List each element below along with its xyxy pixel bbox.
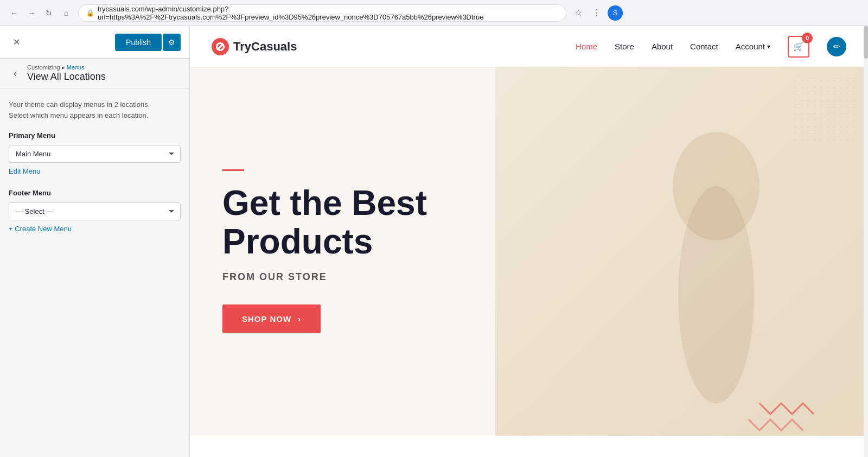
hero-subtitle: FROM OUR STORE bbox=[222, 271, 531, 283]
primary-menu-select[interactable]: Main Menu Footer Menu bbox=[9, 145, 181, 163]
more-button[interactable]: ⋮ bbox=[589, 5, 604, 21]
browser-actions: ☆ ⋮ S bbox=[571, 5, 623, 21]
primary-menu-label: Primary Menu bbox=[9, 131, 181, 139]
breadcrumb-separator: ▸ bbox=[62, 64, 67, 71]
nav-account-label: Account bbox=[736, 42, 765, 51]
shop-now-button[interactable]: SHOP NOW › bbox=[222, 304, 321, 333]
svg-point-1 bbox=[678, 186, 754, 403]
reload-button[interactable]: ↻ bbox=[41, 5, 56, 21]
panel-description: Your theme can display menus in 2 locati… bbox=[9, 99, 181, 120]
panel-header: ✕ Publish ⚙ bbox=[0, 26, 189, 59]
cart-icon: 🛒 bbox=[793, 41, 804, 52]
breadcrumb-content: Customizing ▸ Menus View All Locations bbox=[27, 64, 106, 82]
publish-controls: Publish ⚙ bbox=[115, 34, 181, 51]
hero-content: Get the Best Products FROM OUR STORE SHO… bbox=[190, 137, 563, 366]
bookmark-button[interactable]: ☆ bbox=[571, 5, 586, 21]
scrollbar-thumb[interactable] bbox=[864, 26, 868, 59]
customizer-panel: ✕ Publish ⚙ ‹ Customizing ▸ Menus View A… bbox=[0, 26, 190, 457]
gear-button[interactable]: ⚙ bbox=[163, 34, 181, 51]
footer-menu-label: Footer Menu bbox=[9, 189, 181, 197]
url-text: trycasuals.com/wp-admin/customize.php?ur… bbox=[98, 5, 558, 21]
primary-menu-section: Primary Menu Main Menu Footer Menu Edit … bbox=[9, 131, 181, 176]
description-line1: Your theme can display menus in 2 locati… bbox=[9, 100, 150, 109]
hero-accent-line bbox=[222, 169, 244, 171]
nav-buttons: ← → ↻ ⌂ bbox=[7, 5, 74, 21]
panel-header-left: ✕ bbox=[9, 35, 24, 50]
back-nav-button[interactable]: ← bbox=[7, 5, 22, 21]
back-button[interactable]: ‹ bbox=[7, 65, 24, 82]
breadcrumb-path: Customizing ▸ Menus bbox=[27, 64, 106, 71]
cart-button[interactable]: 🛒 0 bbox=[788, 36, 809, 58]
main-layout: ✕ Publish ⚙ ‹ Customizing ▸ Menus View A… bbox=[0, 26, 868, 457]
site-nav: Home Store About Contact Account ▾ 🛒 0 ✏ bbox=[576, 36, 846, 58]
close-customizer-button[interactable]: ✕ bbox=[9, 35, 24, 50]
edit-menu-link[interactable]: Edit Menu bbox=[9, 167, 41, 175]
browser-chrome: ← → ↻ ⌂ 🔒 trycasuals.com/wp-admin/custom… bbox=[0, 0, 868, 26]
cart-badge: 0 bbox=[802, 33, 813, 43]
nav-store[interactable]: Store bbox=[615, 42, 634, 51]
panel-content: Your theme can display menus in 2 locati… bbox=[0, 88, 189, 457]
publish-button[interactable]: Publish bbox=[115, 34, 162, 51]
hero-section: Get the Best Products FROM OUR STORE SHO… bbox=[190, 67, 868, 436]
primary-menu-select-wrapper: Main Menu Footer Menu bbox=[9, 145, 181, 163]
page-title: View All Locations bbox=[27, 71, 106, 82]
create-new-menu-link[interactable]: + Create New Menu bbox=[9, 225, 72, 233]
breadcrumb-section-link[interactable]: Menus bbox=[67, 64, 85, 71]
lock-icon: 🔒 bbox=[86, 9, 94, 17]
shop-now-label: SHOP NOW bbox=[242, 314, 291, 323]
breadcrumb-bar: ‹ Customizing ▸ Menus View All Locations bbox=[0, 59, 189, 88]
hero-title: Get the Best Products bbox=[222, 184, 531, 261]
footer-menu-section: Footer Menu — Select — Main Menu + Creat… bbox=[9, 189, 181, 233]
shop-now-arrow: › bbox=[298, 314, 301, 323]
nav-account[interactable]: Account ▾ bbox=[736, 42, 770, 51]
preview-content: TryCasuals Home Store About Contact Acco… bbox=[190, 26, 868, 457]
nav-home[interactable]: Home bbox=[576, 42, 597, 51]
logo-text: TryCasuals bbox=[233, 40, 297, 54]
home-nav-button[interactable]: ⌂ bbox=[59, 5, 74, 21]
description-line2: Select which menu appears in each locati… bbox=[9, 111, 148, 119]
site-logo[interactable]: TryCasuals bbox=[212, 38, 297, 55]
address-bar[interactable]: 🔒 trycasuals.com/wp-admin/customize.php?… bbox=[78, 4, 566, 22]
hero-woman-svg bbox=[597, 78, 835, 436]
edit-pencil-button[interactable]: ✏ bbox=[827, 37, 846, 56]
footer-menu-select-wrapper: — Select — Main Menu bbox=[9, 202, 181, 220]
breadcrumb-prefix: Customizing bbox=[27, 64, 60, 71]
logo-icon bbox=[212, 38, 229, 55]
nav-contact[interactable]: Contact bbox=[690, 42, 718, 51]
forward-nav-button[interactable]: → bbox=[24, 5, 39, 21]
chevron-down-icon: ▾ bbox=[767, 43, 770, 50]
scrollbar-track bbox=[864, 26, 868, 457]
footer-menu-select[interactable]: — Select — Main Menu bbox=[9, 202, 181, 220]
preview-area: TryCasuals Home Store About Contact Acco… bbox=[190, 26, 868, 457]
nav-about[interactable]: About bbox=[652, 42, 673, 51]
hero-title-line1: Get the Best bbox=[222, 183, 427, 223]
profile-avatar[interactable]: S bbox=[608, 5, 623, 21]
hero-title-line2: Products bbox=[222, 222, 373, 261]
site-header: TryCasuals Home Store About Contact Acco… bbox=[190, 26, 868, 67]
